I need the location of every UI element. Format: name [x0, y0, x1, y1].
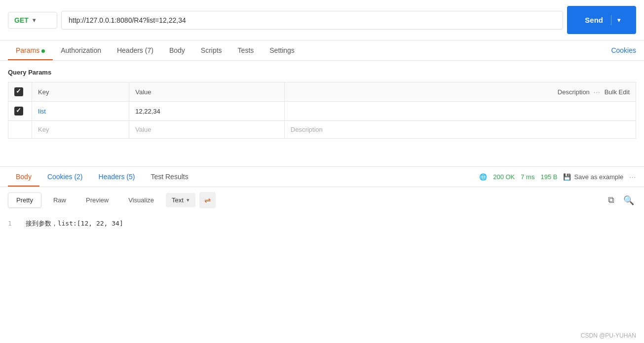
send-dropdown-icon[interactable]: ▾ [611, 12, 626, 29]
th-checkbox [8, 82, 32, 102]
tab-params[interactable]: Params [8, 40, 53, 60]
empty-key[interactable]: Key [32, 121, 129, 139]
response-size: 195 B [540, 173, 557, 181]
save-icon: 💾 [563, 173, 571, 181]
tab-scripts[interactable]: Scripts [193, 40, 230, 60]
response-tab-body[interactable]: Body [8, 167, 39, 187]
row-description[interactable] [284, 102, 636, 121]
bulk-edit-button[interactable]: Bulk Edit [605, 88, 630, 96]
format-preview[interactable]: Preview [78, 193, 116, 207]
query-params-title: Query Params [8, 69, 636, 76]
response-body: 1 接到参数，list:[12, 22, 34] [0, 213, 644, 234]
top-bar: GET ▾ Send ▾ [0, 0, 644, 40]
response-toolbar: Pretty Raw Preview Visualize Text ▾ ⇌ ⧉ … [0, 187, 644, 213]
globe-icon: 🌐 [479, 173, 487, 181]
text-type-chevron-icon: ▾ [187, 197, 189, 203]
response-tab-headers[interactable]: Headers (5) [91, 167, 143, 187]
response-tab-cookies[interactable]: Cookies (2) [39, 167, 91, 187]
response-section: Body Cookies (2) Headers (5) Test Result… [0, 167, 644, 234]
method-label: GET [14, 16, 29, 24]
params-dot [41, 49, 45, 53]
response-content-1: 接到参数，list:[12, 22, 34] [26, 220, 123, 227]
line-number-1: 1 [8, 220, 12, 227]
send-label: Send [577, 11, 611, 29]
more-options-icon[interactable]: ··· [594, 88, 601, 96]
params-table: Key Value Description ··· Bulk Edit list [8, 82, 636, 139]
th-value: Value [129, 82, 285, 102]
text-type-select[interactable]: Text ▾ [166, 193, 195, 207]
search-button[interactable]: 🔍 [621, 193, 636, 208]
query-params-section: Query Params Key Value Description ··· B… [0, 61, 644, 147]
tab-body[interactable]: Body [161, 40, 193, 60]
response-tab-test-results[interactable]: Test Results [143, 167, 196, 187]
url-input[interactable] [61, 11, 563, 30]
method-select[interactable]: GET ▾ [8, 12, 57, 29]
cookies-link[interactable]: Cookies [611, 40, 636, 60]
method-chevron-icon: ▾ [33, 17, 36, 24]
request-tabs: Params Authorization Headers (7) Body Sc… [0, 40, 644, 61]
tab-tests[interactable]: Tests [230, 40, 262, 60]
header-checkbox[interactable] [14, 87, 23, 96]
format-pretty[interactable]: Pretty [8, 192, 41, 208]
wrap-icon: ⇌ [204, 196, 211, 204]
table-row: list 12,22,34 [8, 102, 636, 121]
response-time: 7 ms [521, 173, 534, 181]
status-code: 200 OK [493, 173, 515, 181]
response-line-1: 1 接到参数，list:[12, 22, 34] [8, 219, 636, 228]
row-key[interactable]: list [32, 102, 129, 121]
format-visualize[interactable]: Visualize [120, 193, 162, 207]
tab-authorization[interactable]: Authorization [53, 40, 109, 60]
row-value[interactable]: 12,22,34 [129, 102, 285, 121]
wrap-button[interactable]: ⇌ [199, 192, 216, 208]
response-more-options[interactable]: ··· [629, 173, 636, 181]
th-key: Key [32, 82, 129, 102]
row-checkbox-cell [8, 102, 32, 121]
text-type-label: Text [172, 196, 184, 204]
table-row-empty: Key Value Description [8, 121, 636, 139]
response-toolbar-right: ⧉ 🔍 [606, 193, 636, 208]
response-status-area: 🌐 200 OK 7 ms 195 B 💾 Save as example ··… [479, 173, 636, 181]
format-raw[interactable]: Raw [45, 193, 74, 207]
table-header-row: Key Value Description ··· Bulk Edit [8, 82, 636, 102]
th-description: Description ··· Bulk Edit [284, 82, 636, 102]
empty-value[interactable]: Value [129, 121, 285, 139]
send-button[interactable]: Send ▾ [567, 6, 636, 34]
empty-description[interactable]: Description [284, 121, 636, 139]
tab-headers[interactable]: Headers (7) [109, 40, 161, 60]
tab-settings[interactable]: Settings [262, 40, 303, 60]
save-example-button[interactable]: 💾 Save as example [563, 173, 623, 181]
empty-checkbox-cell [8, 121, 32, 139]
row-checkbox[interactable] [14, 107, 23, 115]
response-tabs: Body Cookies (2) Headers (5) Test Result… [0, 167, 644, 187]
copy-button[interactable]: ⧉ [606, 193, 616, 208]
